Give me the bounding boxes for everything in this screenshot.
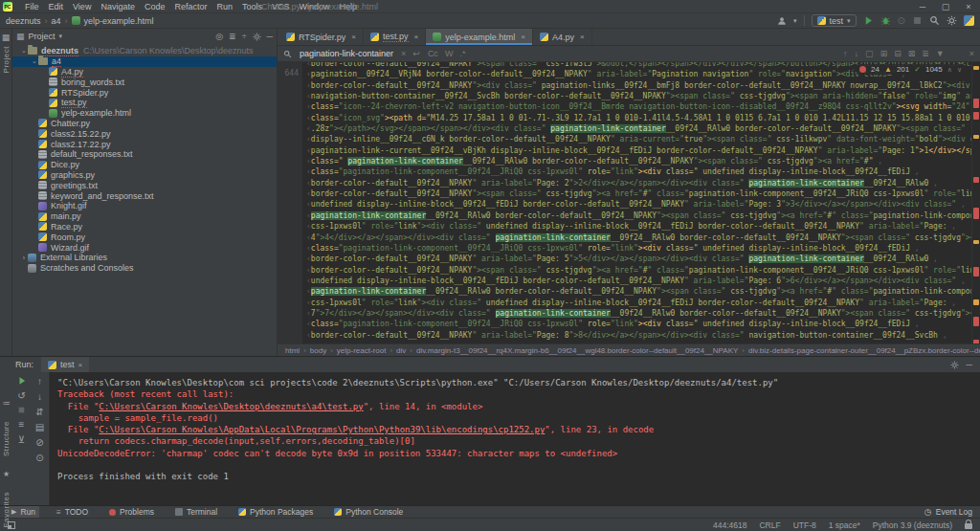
- run-config-selector[interactable]: test ▾: [812, 14, 857, 27]
- tree-item-a4[interactable]: ⌄a4: [12, 56, 277, 67]
- tree-item-graphics-py[interactable]: graphics.py: [12, 170, 277, 181]
- breadcrumb-item[interactable]: a4: [52, 16, 61, 26]
- run-button[interactable]: [863, 15, 874, 26]
- edit-config-icon[interactable]: ↺: [17, 390, 25, 401]
- structure-tool-icon[interactable]: ≔: [3, 399, 11, 408]
- tree-item-default-responses-txt[interactable]: default_responses.txt: [12, 149, 277, 160]
- up-stack-icon[interactable]: ↑: [37, 376, 42, 387]
- toolwindow-problems[interactable]: Problems: [105, 506, 158, 519]
- tree-item-deeznuts[interactable]: ⌄deeznutsC:\Users\Carson Knowles\Desktop…: [12, 46, 277, 56]
- project-tool-icon[interactable]: ▦: [2, 33, 11, 42]
- next-occurrence-icon[interactable]: ↓: [855, 49, 859, 58]
- select-all-occurrences-icon[interactable]: ▢: [865, 49, 874, 58]
- tree-item-room-py[interactable]: Room.py: [12, 232, 277, 242]
- readonly-lock-icon[interactable]: [965, 523, 972, 529]
- stacktrace-file-link[interactable]: C:\Users\Carson Knowles\Desktop\deeznuts…: [99, 402, 363, 411]
- project-tree[interactable]: ⌄deeznutsC:\Users\Carson Knowles\Desktop…: [12, 44, 277, 356]
- tab-a4-py[interactable]: A4.py×: [533, 29, 592, 45]
- tab-yelp-example-html[interactable]: yelp-example.html×: [426, 29, 533, 45]
- toolwindow-todo[interactable]: ≡TODO: [53, 506, 92, 519]
- toolwindow-terminal[interactable]: Terminal: [171, 506, 221, 519]
- editor-breadcrumb-item[interactable]: div.margin-t3__09f24__rq4X.margin-b6__09…: [416, 346, 738, 355]
- panel-settings-icon[interactable]: [253, 33, 261, 41]
- clear-console-icon[interactable]: ⊘: [35, 437, 43, 448]
- menu-edit[interactable]: Edit: [44, 2, 69, 11]
- menu-code[interactable]: Code: [140, 2, 170, 11]
- line-ending[interactable]: CRLF: [759, 520, 780, 530]
- maximize-button[interactable]: ▢: [934, 0, 957, 13]
- indent-setting[interactable]: 1 space*: [829, 520, 860, 530]
- find-query[interactable]: pagination-link-container: [300, 49, 393, 58]
- breadcrumb-item[interactable]: yelp-example.html: [84, 16, 154, 26]
- tree-item-race-py[interactable]: Race.py: [12, 222, 277, 232]
- menu-run[interactable]: Run: [212, 2, 237, 11]
- project-view-caret[interactable]: ▾: [59, 33, 63, 40]
- close-tab-icon[interactable]: ×: [521, 33, 525, 41]
- tab-test-py[interactable]: test.py×: [364, 29, 426, 45]
- menu-refactor[interactable]: Refactor: [169, 2, 212, 11]
- search-everywhere-icon[interactable]: [929, 15, 940, 26]
- locate-file-icon[interactable]: ◎: [215, 32, 223, 41]
- editor-breadcrumb-item[interactable]: body: [310, 346, 326, 355]
- search-history-icon[interactable]: ↩: [412, 49, 420, 58]
- editor-breadcrumb-item[interactable]: yelp-react-root: [337, 346, 387, 355]
- file-encoding[interactable]: UTF-8: [793, 520, 816, 530]
- close-button[interactable]: ×: [957, 0, 980, 13]
- tree-item-class2-17-22-py[interactable]: class2.17.22.py: [12, 139, 277, 149]
- toolwindow-switcher-icon[interactable]: [8, 521, 15, 529]
- tree-item-wizard-gif[interactable]: Wizard.gif: [12, 242, 277, 253]
- menu-navigate[interactable]: Navigate: [96, 2, 140, 11]
- error-stripe[interactable]: [971, 62, 980, 343]
- print-icon[interactable]: ▤: [35, 422, 44, 432]
- restore-layout-icon[interactable]: ⇵: [35, 407, 43, 417]
- favorites-star-icon[interactable]: ★: [3, 470, 10, 478]
- close-run-tab-icon[interactable]: ×: [78, 361, 83, 369]
- tree-item-a4-py[interactable]: A4.py: [12, 67, 277, 77]
- down-stack-icon[interactable]: ↓: [37, 391, 42, 402]
- caret-position[interactable]: 444:4618: [713, 520, 746, 530]
- coverage-button[interactable]: ⊙: [898, 15, 905, 26]
- editor-breadcrumb-item[interactable]: div.biz-details-page-container-outer__09…: [748, 346, 980, 355]
- inspection-widget[interactable]: 24 ▲201 ✓1045 ∧ ∨: [857, 64, 965, 75]
- exclude-icon[interactable]: ⊠: [908, 49, 916, 58]
- breadcrumb-item[interactable]: deeznuts: [6, 16, 41, 26]
- user-icon[interactable]: [777, 16, 787, 26]
- tree-item-boring-words-txt[interactable]: boring_words.txt: [12, 77, 277, 87]
- rerun-button[interactable]: [17, 376, 27, 386]
- hide-panel-icon[interactable]: ─: [267, 32, 273, 41]
- tree-item-test-py[interactable]: test.py: [12, 98, 277, 108]
- close-tab-icon[interactable]: ×: [351, 33, 356, 41]
- tree-item-main-py[interactable]: main.py: [12, 211, 277, 222]
- pin-tab-icon[interactable]: ⊙: [35, 453, 43, 463]
- tree-item-knight-gif[interactable]: Knight.gif: [12, 201, 277, 211]
- next-error-icon[interactable]: ∨: [957, 66, 962, 74]
- toolwindow-python-packages[interactable]: Python Packages: [234, 506, 317, 519]
- tree-item-scratches-and-consoles[interactable]: Scratches and Consoles: [12, 263, 277, 274]
- tree-item-keyword-and-response-txt[interactable]: keyword_and_response.txt: [12, 190, 277, 201]
- close-tab-icon[interactable]: ×: [414, 33, 419, 41]
- code-editor[interactable]: 644 ‹border-color--default__09f24__NPAKY…: [278, 62, 980, 343]
- tree-item-chatter-py[interactable]: Chatter.py: [12, 119, 277, 129]
- settings-gear-icon[interactable]: [947, 15, 957, 26]
- tree-item-rtspider-py[interactable]: RTSpider.py: [12, 87, 277, 98]
- run-console-output[interactable]: "C:\Users\Carson Knowles\Desktop\com sci…: [49, 372, 980, 505]
- editor-breadcrumbs[interactable]: html›body›yelp-react-root›div›div.margin…: [278, 343, 980, 356]
- scroll-to-end-icon[interactable]: ⊻: [18, 434, 25, 445]
- add-selection-icon[interactable]: ⊞: [880, 49, 888, 58]
- project-panel-title[interactable]: Project: [29, 32, 56, 41]
- find-toggle-W[interactable]: W: [445, 49, 454, 58]
- run-panel-settings-icon[interactable]: [950, 361, 959, 369]
- menu-file[interactable]: File: [20, 2, 44, 11]
- tree-item-external-libraries[interactable]: ›External Libraries: [12, 253, 277, 263]
- tree-item-dice-py[interactable]: Dice.py: [12, 160, 277, 170]
- event-log-button[interactable]: ◷ Event Log: [924, 507, 972, 517]
- debug-button[interactable]: [880, 15, 891, 26]
- prev-occurrence-icon[interactable]: ↑: [843, 49, 848, 58]
- toolwindow-python-console[interactable]: Python Console: [330, 506, 407, 519]
- find-toggle-[interactable]: .*: [459, 49, 465, 58]
- clear-search-icon[interactable]: ×: [401, 49, 406, 58]
- minimize-button[interactable]: ─: [911, 0, 934, 13]
- stacktrace-file-link[interactable]: C:\Users\Carson Knowles\AppData\Local\Pr…: [99, 425, 545, 434]
- prev-error-icon[interactable]: ∧: [947, 66, 952, 74]
- python-interpreter[interactable]: Python 3.9 (deeznuts): [873, 520, 952, 530]
